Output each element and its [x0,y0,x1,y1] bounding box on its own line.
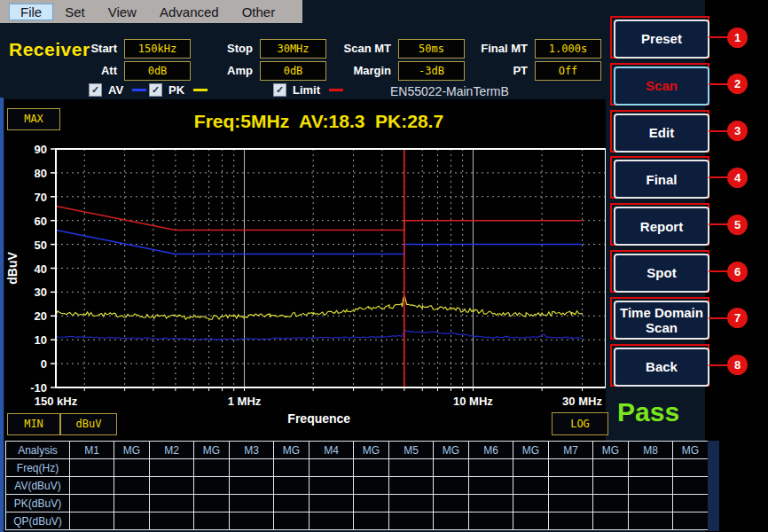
table-cell [549,477,593,495]
button-frame-3: Edit [610,110,709,153]
left-edge-strip [0,98,4,532]
row-label: Freq(Hz) [6,459,70,477]
svg-text:30 MHz: 30 MHz [562,395,602,408]
field-value-pt[interactable]: Off [535,61,601,81]
table-cell [70,512,114,530]
table-cell [230,477,274,495]
menu-item-file[interactable]: File [9,4,53,20]
annotation-number-1: 1 [727,27,748,48]
table-cell [469,477,513,495]
table-cell [593,459,629,477]
table-cell [549,512,593,530]
svg-text:80: 80 [35,167,47,180]
preset-button[interactable]: Preset [614,20,709,59]
spot-button[interactable]: Spot [614,254,709,293]
field-label-start: Start [50,39,117,59]
column-header: M8 [629,442,673,459]
table-cell [513,512,549,530]
annotation-number-8: 8 [727,355,748,375]
annotation-line-2 [709,83,728,85]
table-cell [70,459,114,477]
annotation-line-1 [709,36,728,38]
column-header: MG [593,442,629,459]
table-cell [469,512,513,530]
svg-text:40: 40 [35,262,47,276]
table-cell [434,477,469,495]
table-cell [114,459,150,477]
log-scale-button[interactable]: LOG [552,412,608,435]
field-value-start[interactable]: 150kHz [124,39,191,59]
table-cell [434,459,469,477]
table-cell [70,495,114,512]
field-label-scan-mt: Scan MT [312,39,391,59]
legend-color-dash [193,89,208,91]
report-button[interactable]: Report [614,207,709,246]
spectrum-plot[interactable]: -100102030405060708090150 kHz1 MHz10 MHz… [4,99,606,441]
table-cell [310,459,354,477]
unit-button[interactable]: dBuV [60,413,117,435]
table-cell [673,495,709,512]
column-header: MG [274,442,310,459]
legend-limit: ✓Limit [273,82,343,97]
table-cell [593,477,629,495]
button-frame-2: Scan [610,63,709,106]
table-cell [389,495,434,512]
button-frame-7: Time Domain Scan [610,297,709,340]
table-cell [354,477,389,495]
button-frame-6: Spot [610,250,709,293]
svg-text:0: 0 [41,357,47,371]
table-row: AV(dBuV) [6,477,709,495]
table-cell [389,459,434,477]
table-cell [549,495,593,512]
field-value-att[interactable]: 0dB [124,61,191,81]
menu-item-advanced[interactable]: Advanced [148,4,231,20]
table-cell [114,512,150,530]
table-cell [230,495,274,512]
limit-checkbox[interactable]: ✓ [273,83,286,97]
table-cell [513,477,549,495]
table-cell [389,477,434,495]
legend-label: PK [168,83,184,97]
back-button[interactable]: Back [614,348,709,387]
menu-item-other[interactable]: Other [231,4,287,20]
chart-panel: MAX Freq:5MHz AV:18.3 PK:28.7 -100102030… [4,99,606,441]
table-edge-strip [708,441,719,531]
annotation-line-7 [709,317,728,319]
legend-color-dash [329,89,343,91]
table-cell [230,512,274,530]
pk-checkbox[interactable]: ✓ [149,83,162,97]
annotation-number-6: 6 [727,262,748,282]
annotation-line-3 [709,130,728,132]
table-cell [673,512,709,530]
svg-text:30: 30 [35,286,47,299]
time-domain-scan-button[interactable]: Time Domain Scan [614,301,709,340]
table-cell [513,495,549,512]
annotation-number-5: 5 [727,215,748,235]
legend-av: ✓AV [89,82,146,97]
table-cell [469,495,513,512]
svg-text:50: 50 [35,239,47,252]
svg-text:1 MHz: 1 MHz [228,395,262,408]
column-header: MG [513,442,549,459]
menu-item-view[interactable]: View [97,4,148,20]
row-label: QP(dBuV) [6,512,70,530]
edit-button[interactable]: Edit [614,113,709,153]
final-button[interactable]: Final [614,160,709,199]
scan-button[interactable]: Scan [614,66,709,106]
table-cell [274,512,310,530]
table-cell [673,477,709,495]
menu-item-set[interactable]: Set [53,4,97,20]
min-button[interactable]: MIN [7,413,60,435]
button-frame-8: Back [610,344,709,387]
field-value-final-mt[interactable]: 1.000s [535,39,601,59]
annotation-line-8 [709,364,728,366]
svg-text:20: 20 [35,309,47,323]
svg-text:Frequence: Frequence [287,411,350,426]
svg-text:10: 10 [35,333,47,347]
field-label-pt: PT [449,61,528,81]
legend-label: AV [108,83,123,97]
annotation-line-4 [709,176,728,178]
av-checkbox[interactable]: ✓ [89,83,102,97]
annotation-line-5 [709,223,728,225]
svg-text:70: 70 [35,191,47,204]
